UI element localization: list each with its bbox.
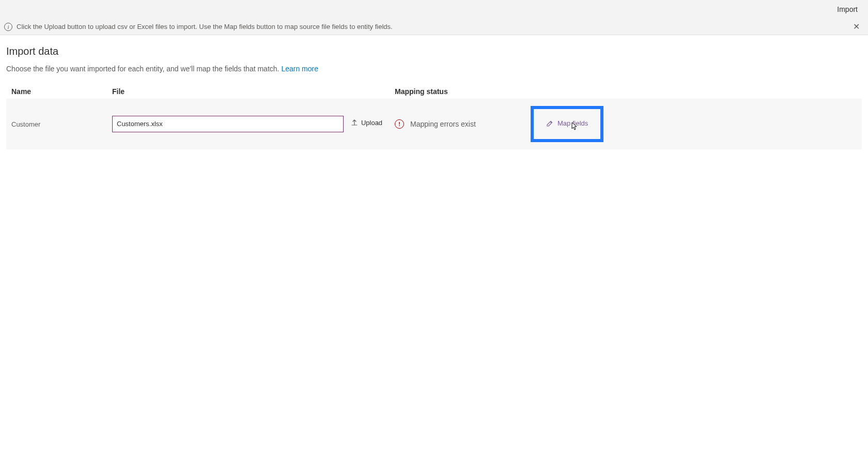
top-bar: Import [0, 0, 868, 19]
table-row: Customer Upload ! Mapping errors exist [6, 99, 862, 149]
cell-name: Customer [11, 120, 112, 128]
map-fields-button[interactable]: Map fields [546, 119, 588, 127]
status-text: Mapping errors exist [410, 120, 476, 128]
column-header-status: Mapping status [395, 87, 531, 96]
column-header-name: Name [11, 87, 112, 96]
import-action[interactable]: Import [837, 5, 858, 13]
main-content: Import data Choose the file you want imp… [0, 35, 868, 160]
map-fields-label: Map fields [557, 119, 588, 127]
page-subtitle: Choose the file you want imported for ea… [6, 65, 862, 73]
pencil-icon [546, 120, 553, 127]
column-header-action [531, 87, 857, 96]
upload-icon [351, 119, 358, 126]
upload-button[interactable]: Upload [351, 119, 382, 127]
map-fields-highlight: Map fields [531, 106, 603, 142]
info-banner: i Click the Upload button to upload csv … [0, 19, 868, 35]
column-header-file: File [112, 87, 395, 96]
close-icon[interactable]: ✕ [849, 22, 864, 32]
entity-name: Customer [11, 120, 40, 128]
upload-label: Upload [361, 119, 382, 127]
subtitle-text: Choose the file you want imported for ea… [6, 65, 281, 73]
cell-status: ! Mapping errors exist [395, 119, 531, 129]
page-title: Import data [6, 45, 862, 57]
info-banner-text: Click the Upload button to upload csv or… [17, 23, 849, 30]
import-table: Name File Mapping status Customer Upload [6, 87, 862, 149]
cell-file: Upload [112, 116, 395, 132]
learn-more-link[interactable]: Learn more [281, 65, 318, 73]
info-icon: i [4, 23, 12, 31]
table-header: Name File Mapping status [6, 87, 862, 99]
error-icon: ! [395, 119, 404, 129]
cell-action: Map fields [531, 106, 857, 142]
file-input[interactable] [112, 116, 344, 132]
